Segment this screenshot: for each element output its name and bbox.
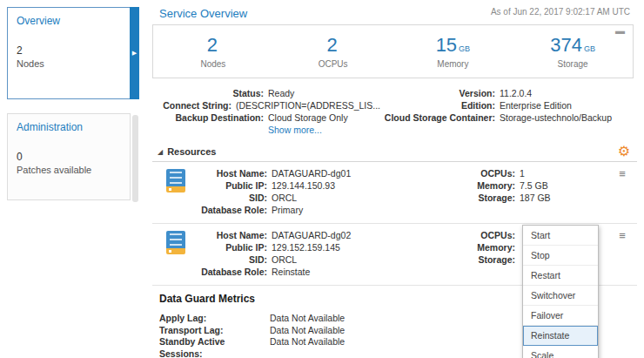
metric-memory-label: Memory (393, 59, 513, 69)
resources-header: ◢ Resources ⚙ (152, 142, 637, 162)
metric-nodes-value: 2 (207, 34, 218, 56)
node-stats: OCPUs:1 Memory:7.5 GB Storage:187 GB (472, 167, 611, 216)
metric-storage-unit: GB (584, 44, 595, 53)
detail-connect-string-label: Connect String: (152, 99, 231, 111)
sid-value: ORCL (272, 253, 297, 266)
gear-icon[interactable]: ⚙ (618, 145, 630, 158)
host-name-label: Host Name: (198, 167, 267, 179)
node-context-menu: Start Stop Restart Switchover Failover R… (522, 225, 599, 358)
storage-label: Storage: (472, 192, 515, 204)
metric-memory-value: 15 (436, 34, 457, 56)
metric-storage-value: 374 (550, 34, 582, 56)
details-left-column: Status: Ready Connect String: (DESCRIPTI… (152, 87, 380, 135)
public-ip-value: 129.144.150.93 (272, 179, 335, 192)
standby-active-sessions-label: Standby Active Sessions: (159, 336, 270, 358)
detail-cloud-storage-container: Cloud Storage Container: Storage-ustechn… (380, 111, 612, 124)
overview-title: Overview (8, 8, 138, 29)
detail-version-label: Version: (380, 87, 495, 99)
metric-nodes: 2 Nodes (153, 36, 273, 69)
sidebar-item-overview[interactable]: Overview 2 Nodes ▶ (7, 7, 139, 99)
memory-label: Memory: (472, 241, 515, 253)
overview-count: 2 (8, 29, 138, 57)
detail-edition-label: Edition: (380, 99, 495, 111)
minimize-icon[interactable]: ▬ (615, 25, 625, 36)
service-details: Status: Ready Connect String: (DESCRIPTI… (152, 87, 637, 135)
page-title: Service Overview (159, 7, 247, 20)
menu-item-start[interactable]: Start (523, 226, 598, 246)
main-header: Service Overview As of Jun 22, 2017 9:02… (152, 0, 637, 20)
menu-item-failover[interactable]: Failover (523, 306, 598, 326)
detail-cloud-storage-container-label: Cloud Storage Container: (380, 111, 495, 124)
database-server-icon (166, 169, 185, 193)
metric-ocpus: 2 OCPUs (273, 36, 393, 69)
host-name-value: DATAGUARD-dg01 (272, 167, 351, 179)
metric-ocpus-value: 2 (327, 34, 338, 56)
sid-value: ORCL (272, 192, 297, 204)
metrics-summary-panel: ▬ 2 Nodes 2 OCPUs 15GB Memory 374GB Stor… (152, 24, 634, 78)
sidebar-item-administration[interactable]: Administration 0 Patches available (7, 113, 131, 200)
transport-lag-label: Transport Lag: (159, 325, 270, 337)
detail-connect-string-value: (DESCRIPTION=(ADDRESS_LIS... (236, 99, 380, 111)
menu-item-switchover[interactable]: Switchover (523, 286, 598, 306)
detail-cloud-storage-container-value: Storage-ustechnolo/Backup (500, 111, 612, 124)
detail-backup-destination-label: Backup Destination: (152, 111, 264, 124)
memory-label: Memory: (472, 179, 515, 192)
sidebar-scrollbar[interactable] (132, 115, 138, 202)
sid-label: SID: (198, 253, 267, 266)
menu-item-stop[interactable]: Stop (523, 246, 598, 266)
ocpus-label: OCPUs: (472, 167, 515, 179)
database-role-value: Primary (272, 204, 303, 216)
menu-item-restart[interactable]: Restart (523, 266, 598, 286)
detail-status: Status: Ready (152, 87, 380, 99)
host-name-label: Host Name: (198, 229, 267, 241)
detail-edition: Edition: Enterprise Edition (380, 99, 612, 111)
apply-lag-value: Data Not Available (270, 313, 345, 325)
node-fields: Host Name:DATAGUARD-dg02 Public IP:129.1… (198, 229, 472, 278)
detail-connect-string: Connect String: (DESCRIPTION=(ADDRESS_LI… (152, 99, 380, 111)
details-right-column: Version: 11.2.0.4 Edition: Enterprise Ed… (380, 87, 612, 135)
as-of-timestamp: As of Jun 22, 2017 9:02:17 AM UTC (491, 7, 630, 17)
public-ip-label: Public IP: (198, 179, 267, 192)
detail-edition-value: Enterprise Edition (500, 99, 572, 111)
metric-nodes-label: Nodes (153, 59, 273, 69)
detail-status-label: Status: (152, 87, 264, 99)
detail-backup-destination-value: Cloud Storage Only (268, 111, 348, 124)
database-role-label: Database Role: (198, 266, 267, 278)
administration-label: Patches available (8, 163, 130, 177)
public-ip-value: 129.152.159.145 (272, 241, 340, 253)
sid-label: SID: (198, 192, 267, 204)
node-menu-icon[interactable]: ≡ (611, 167, 634, 216)
database-role-label: Database Role: (198, 204, 267, 216)
node-fields: Host Name:DATAGUARD-dg01 Public IP:129.1… (198, 167, 472, 216)
metric-storage: 374GB Storage (513, 36, 633, 69)
selected-indicator: ▶ (130, 7, 139, 99)
administration-title: Administration (8, 114, 130, 135)
detail-version-value: 11.2.0.4 (500, 87, 532, 99)
node-menu-icon[interactable]: ≡ (611, 229, 634, 278)
database-server-icon (166, 231, 185, 254)
apply-lag-label: Apply Lag: (159, 313, 270, 325)
metric-memory: 15GB Memory (393, 36, 513, 69)
resources-title: Resources (167, 146, 216, 157)
arrow-right-icon: ▶ (132, 50, 137, 57)
public-ip-label: Public IP: (198, 241, 267, 253)
transport-lag-value: Data Not Available (270, 325, 345, 337)
resource-row-dg01: Host Name:DATAGUARD-dg01 Public IP:129.1… (152, 162, 637, 224)
menu-item-scale-up-down[interactable]: Scale Up/Down (523, 346, 598, 358)
ocpus-value: 1 (520, 167, 525, 179)
detail-status-value: Ready (268, 87, 294, 99)
database-role-value: Reinstate (272, 266, 310, 278)
detail-backup-destination: Backup Destination: Cloud Storage Only (152, 111, 380, 124)
metric-storage-label: Storage (513, 59, 633, 69)
standby-active-sessions-value: Data Not Available (270, 336, 345, 358)
sidebar: Overview 2 Nodes ▶ Administration 0 Patc… (0, 0, 148, 358)
ocpus-label: OCPUs: (472, 229, 515, 241)
collapse-triangle-icon[interactable]: ◢ (158, 148, 163, 156)
memory-value: 7.5 GB (520, 179, 548, 192)
storage-label: Storage: (472, 253, 515, 266)
show-more-link[interactable]: Show more... (268, 125, 322, 135)
menu-item-reinstate[interactable]: Reinstate (523, 326, 598, 346)
metric-memory-unit: GB (459, 44, 470, 53)
metric-ocpus-label: OCPUs (273, 59, 393, 69)
administration-count: 0 (8, 135, 130, 163)
